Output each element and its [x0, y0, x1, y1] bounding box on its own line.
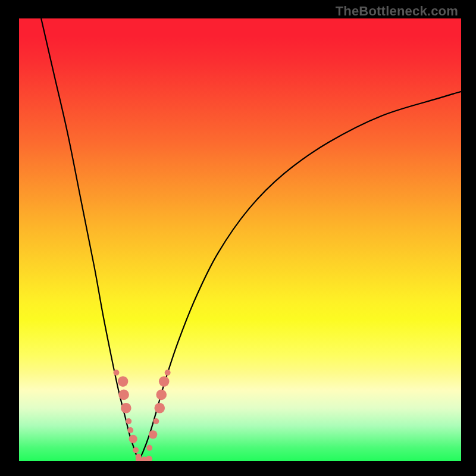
data-marker: [127, 427, 133, 433]
chart-svg: [19, 18, 461, 461]
data-marker: [156, 390, 167, 400]
data-marker: [154, 403, 165, 414]
data-marker: [126, 418, 131, 424]
data-marker: [149, 430, 157, 439]
data-marker: [121, 403, 131, 414]
data-marker: [146, 456, 152, 461]
data-marker: [129, 435, 137, 443]
data-markers: [114, 369, 171, 461]
data-marker: [146, 445, 152, 451]
outer-frame: TheBottleneck.com: [0, 0, 476, 476]
data-marker: [118, 376, 129, 387]
data-marker: [133, 447, 139, 453]
curve-right: [139, 92, 461, 460]
data-marker: [165, 369, 171, 375]
plot-area: [19, 18, 461, 461]
data-marker: [153, 418, 159, 424]
data-marker: [159, 376, 170, 387]
watermark-text: TheBottleneck.com: [336, 4, 458, 19]
data-marker: [118, 390, 129, 400]
data-marker: [114, 369, 120, 375]
